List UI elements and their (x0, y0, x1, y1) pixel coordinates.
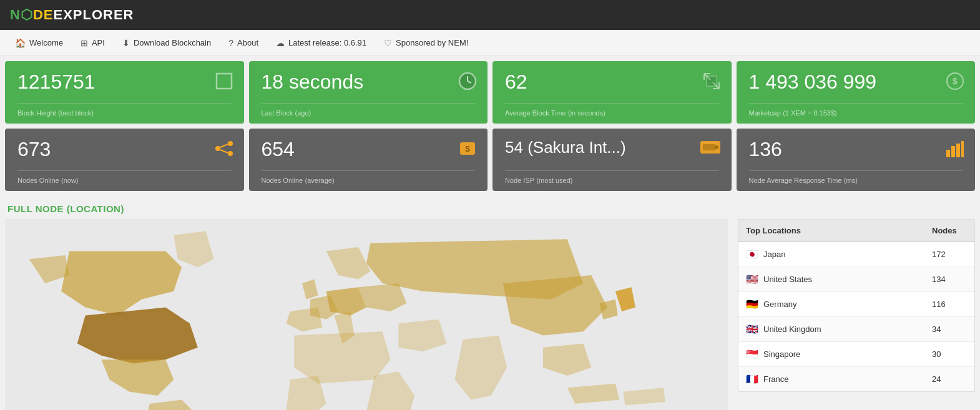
country-cell: 🇫🇷 France (738, 367, 924, 391)
heart-icon: ♡ (384, 38, 392, 48)
stats-grid: 1215751 Block Height (best block) 18 sec… (0, 56, 980, 196)
stat-last-block-label: Last Block (ago) (262, 103, 476, 117)
table-row: 🇬🇧 United Kingdom 34 (738, 317, 974, 342)
map-section: + Top Locations Nodes 🇯🇵 Japan 172 🇺🇸 Un… (0, 219, 980, 410)
country-flag: 🇸🇬 (746, 348, 758, 360)
svg-rect-17 (946, 150, 950, 157)
country-cell: 🇩🇪 Germany (738, 292, 924, 316)
release-icon: ☁ (276, 38, 285, 48)
country-cell: 🇯🇵 Japan (738, 242, 924, 266)
stat-avg-block-time-value: 62 (505, 71, 719, 93)
header: N⬡DEEXPLORER (0, 0, 980, 30)
col-nodes-header: Nodes (924, 220, 974, 242)
nav-release-label: Latest release: 0.6.91 (288, 38, 366, 47)
svg-point-8 (228, 151, 233, 156)
country-name: Singapore (763, 349, 800, 359)
country-name: United Kingdom (763, 325, 821, 334)
stat-node-response: 136 Node Average Response Time (ms) (737, 129, 976, 191)
nodes-cell: 34 (924, 317, 974, 341)
stat-block-height: 1215751 Block Height (best block) (5, 61, 244, 124)
country-cell: 🇺🇸 United States (738, 267, 924, 291)
stat-node-isp: 54 (Sakura Int...) Node ISP (most used) (492, 129, 732, 191)
clock-icon (458, 71, 478, 95)
stat-node-isp-label: Node ISP (most used) (505, 170, 719, 185)
svg-text:S: S (465, 145, 470, 154)
country-flag: 🇫🇷 (746, 373, 758, 385)
nav-welcome-label: Welcome (29, 38, 63, 47)
svg-rect-19 (956, 144, 960, 157)
country-cell: 🇬🇧 United Kingdom (738, 317, 924, 341)
stat-node-response-value: 136 (749, 139, 963, 160)
stat-nodes-avg-label: Nodes Online (average) (262, 170, 476, 185)
stat-marketcap-value: 1 493 036 999 (749, 71, 963, 93)
nav-sponsor[interactable]: ♡ Sponsored by NEM! (376, 33, 476, 53)
col-locations-header: Top Locations (738, 220, 924, 242)
nodes-count: 116 (932, 300, 946, 309)
world-map: + (5, 219, 728, 410)
nodes-cell: 30 (924, 342, 974, 366)
svg-line-11 (220, 150, 228, 153)
map-section-title: FULL NODE (LOCATION) (0, 196, 980, 219)
stat-last-block-value: 18 seconds (262, 71, 476, 93)
nav-download-label: Download Blockchain (134, 38, 211, 47)
world-map-svg (5, 219, 728, 410)
block-height-icon (214, 71, 234, 95)
nav-release[interactable]: ☁ Latest release: 0.6.91 (268, 33, 374, 53)
stat-marketcap: 1 493 036 999 Marketcap (1 XEM = 0.153$)… (737, 61, 976, 124)
table-row: 🇫🇷 France 24 (738, 367, 974, 391)
nav-api-label: API (92, 38, 105, 47)
svg-rect-20 (961, 141, 964, 157)
nav-about[interactable]: ? About (221, 33, 266, 53)
stat-block-height-value: 1215751 (17, 71, 232, 93)
svg-point-16 (715, 145, 718, 149)
country-cell: 🇸🇬 Singapore (738, 342, 924, 366)
stat-avg-block-time-label: Average Block Time (in seconds) (505, 103, 719, 117)
nodes-cell: 134 (924, 267, 974, 291)
stat-nodes-now: 673 Nodes Online (now) (5, 129, 244, 191)
stat-block-height-label: Block Height (best block) (17, 103, 232, 117)
locations-table: Top Locations Nodes 🇯🇵 Japan 172 🇺🇸 Unit… (738, 219, 975, 392)
table-header: Top Locations Nodes (738, 220, 974, 242)
nav-download[interactable]: ⬇ Download Blockchain (115, 33, 218, 53)
nav-api[interactable]: ⊞ API (73, 33, 112, 53)
stat-avg-block-time: 62 Average Block Time (in seconds) (492, 61, 732, 124)
nodes-cell: 24 (924, 367, 974, 391)
bar-chart-icon (945, 139, 965, 163)
nodes-count: 30 (932, 349, 941, 359)
country-name: France (763, 374, 788, 384)
share-icon (214, 139, 234, 163)
logo-de: DE (33, 7, 54, 22)
svg-point-9 (215, 146, 220, 151)
nodes-count: 34 (932, 325, 941, 334)
stat-node-isp-value: 54 (Sakura Int...) (505, 139, 719, 157)
svg-line-10 (220, 144, 228, 147)
nodes-count: 172 (932, 250, 946, 259)
stat-nodes-now-label: Nodes Online (now) (17, 170, 232, 185)
logo: N⬡DEEXPLORER (10, 7, 134, 23)
table-row: 🇩🇪 Germany 116 (738, 292, 974, 317)
country-flag: 🇺🇸 (746, 273, 758, 285)
table-row: 🇯🇵 Japan 172 (738, 242, 974, 267)
svg-rect-0 (217, 74, 232, 89)
stat-nodes-avg-value: 654 (262, 139, 476, 160)
country-name: Japan (763, 250, 785, 259)
svg-rect-15 (703, 144, 715, 150)
svg-point-7 (228, 141, 233, 146)
country-flag: 🇩🇪 (746, 298, 758, 310)
stat-node-response-label: Node Average Response Time (ms) (749, 170, 963, 185)
nav-welcome[interactable]: 🏠 Welcome (7, 33, 71, 53)
svg-rect-4 (707, 76, 717, 86)
nodes-cell: 116 (924, 292, 974, 316)
table-row: 🇺🇸 United States 134 (738, 267, 974, 292)
map-container: + (5, 219, 728, 410)
country-name: Germany (763, 300, 796, 309)
download-icon: ⬇ (122, 38, 130, 48)
nav-sponsor-label: Sponsored by NEM! (396, 38, 468, 47)
nodes-cell: 172 (924, 242, 974, 266)
logo-n: N (10, 7, 21, 22)
country-flag: 🇬🇧 (746, 323, 758, 335)
home-icon: 🏠 (15, 38, 26, 48)
about-icon: ? (228, 38, 233, 48)
country-name: United States (763, 275, 812, 284)
nav: 🏠 Welcome ⊞ API ⬇ Download Blockchain ? … (0, 30, 980, 56)
